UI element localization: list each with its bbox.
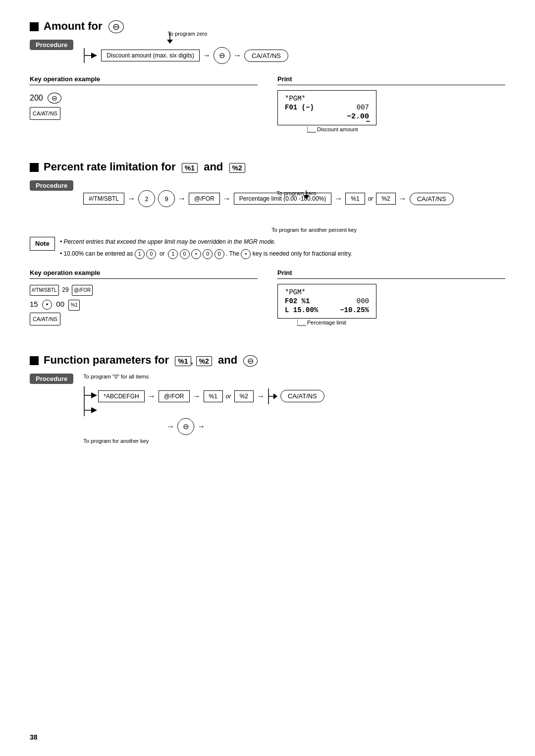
key-op-line-1: 200 ⊖	[30, 90, 258, 106]
note-badge-2: Note	[30, 237, 55, 251]
col-header-print-1: Print	[277, 75, 505, 85]
section-percent-rate: Percent rate limitation for %1 and %2 Pr…	[30, 161, 505, 329]
svg-marker-19	[273, 393, 277, 399]
key-op-content-1: 200 ⊖ CA/AT/NS	[30, 90, 258, 120]
right-bracket-3	[268, 381, 277, 411]
key-op-line-2b: 15 • 00 %1	[30, 297, 258, 312]
arrow-3c: →	[257, 392, 265, 401]
receipt-f02-val: 000	[357, 297, 369, 305]
circ-0c: 0	[203, 249, 213, 259]
top-arrow-2	[301, 190, 341, 201]
circ-dot: •	[191, 249, 201, 259]
svg-rect-5	[366, 121, 370, 122]
or-text-2: or	[368, 195, 374, 202]
flow-diagram-1: To program zero Discount amount (max. si…	[83, 40, 505, 65]
receipt-line-amount: −2.00	[285, 112, 369, 121]
key-hmtm-2: #/TM/SBTL	[30, 285, 59, 296]
section-func-params: Function parameters for %1, %2 and ⊖ Pro…	[30, 354, 505, 444]
procedure-row-3: Procedure To program "0" for all items *…	[30, 374, 505, 444]
black-square-icon-2	[30, 163, 39, 172]
toplabel-3: To program "0" for all items	[83, 374, 505, 379]
flow-bot-row-3: → ⊖ →	[166, 418, 324, 435]
section-title-amount: Amount for ⊖	[30, 20, 505, 33]
arrow-3b: →	[193, 392, 201, 401]
receipt-line-f01: F01 (−) 007	[285, 104, 369, 111]
section-amount-for: Amount for ⊖ Procedure To program zero	[30, 20, 505, 136]
section-title-text: Amount for ⊖	[44, 20, 124, 33]
procedure-badge-3: Procedure	[30, 374, 73, 384]
svg-marker-14	[91, 392, 97, 398]
arrow-2e: →	[399, 194, 407, 203]
receipt-line-pgm1: *PGM*	[285, 95, 369, 103]
flow-box-caatns-2: CA/AT/NS	[410, 193, 454, 205]
key-caatns-2: CA/AT/NS	[30, 313, 60, 325]
receipt-wrapper-2: *PGM* F02 %1 000 L 15.00% −10.25%	[277, 284, 376, 327]
arrow-2b: →	[178, 194, 186, 203]
note-line-2: • 10.00% can be entered as 1 0 or 1 0 • …	[60, 249, 352, 259]
flow-diagram-2: To program zero #/TM/SBTL → 2 9 → @/FOR …	[83, 180, 505, 225]
key-op-col-2: Key operation example #/TM/SBTL 29 @/FOR…	[30, 269, 258, 329]
arrow-3e: →	[197, 422, 205, 431]
flow-percent-area: To program zero #/TM/SBTL → 2 9 → @/FOR …	[83, 190, 505, 225]
procedure-badge-2: Procedure	[30, 180, 73, 191]
flow-box-hmtm: #/TM/SBTL	[83, 193, 124, 205]
flow-box-abcdefgh: *ABCDEFGH	[98, 390, 144, 402]
col-header-print-2: Print	[277, 269, 505, 279]
receipt-pct-label: L 15.00%	[285, 306, 318, 314]
flow-box-for: @/FOR	[189, 193, 220, 205]
discount-annotation-text: Discount amount	[317, 126, 358, 132]
receipt-line-pgm2: *PGM*	[285, 288, 369, 296]
arrow-3d: →	[166, 422, 174, 431]
key-caatns-1: CA/AT/NS	[30, 107, 60, 120]
flow-top-row-3: *ABCDEFGH → @/FOR → %1 or %2 →	[98, 381, 324, 411]
print-col-2: Print *PGM* F02 %1 000 L 15.00% −10.25%	[277, 269, 505, 329]
key-pct1-2: %1	[68, 300, 79, 311]
bottomlabel-3: To program for another key	[83, 438, 505, 444]
bracket-arrow-left	[83, 46, 98, 65]
receipt-box-2: *PGM* F02 %1 000 L 15.00% −10.25%	[277, 284, 376, 319]
annotation-svg-1	[307, 126, 317, 134]
pct-annotation-text: Percentage limit	[307, 320, 346, 325]
procedure-row-1: Procedure To program zero Discount	[30, 40, 505, 65]
arrow-3a: →	[148, 392, 156, 401]
flow-box-discount: Discount amount (max. six digits)	[101, 50, 200, 61]
flow-key-minus: ⊖	[214, 47, 230, 64]
key-op-line-2: CA/AT/NS	[30, 107, 258, 120]
flow-box-caatns-1: CA/AT/NS	[244, 50, 288, 62]
black-square-icon-3	[30, 356, 39, 365]
flow-main-row-1: Discount amount (max. six digits) → ⊖ → …	[83, 46, 505, 65]
procedure-row-2: Procedure To program zero #/TM/SBTL → 2 …	[30, 180, 505, 225]
or-text-3: or	[226, 393, 231, 400]
receipt-pct-val: −10.25%	[340, 306, 369, 314]
bottomlabel-2: To program for another percent key	[271, 227, 357, 233]
discount-annotation: Discount amount	[307, 126, 376, 134]
key-op-line-2c: CA/AT/NS	[30, 313, 258, 325]
arrow-1a: →	[203, 51, 211, 60]
circ-1b: 1	[168, 249, 178, 259]
note-line-1: • Percent entries that exceed the upper …	[60, 237, 352, 247]
svg-marker-9	[303, 195, 309, 199]
receipt-f02-label: F02 %1	[285, 297, 310, 305]
twocol-2: Key operation example #/TM/SBTL 29 @/FOR…	[30, 269, 505, 329]
black-square-icon	[30, 22, 39, 31]
flow-circle-2: 2	[138, 190, 155, 207]
receipt-box-1: *PGM* F01 (−) 007 −2.00	[277, 90, 376, 125]
section-title-text-2: Percent rate limitation for %1 and %2	[44, 161, 245, 173]
key-for-2: @/FOR	[72, 285, 93, 296]
key-op-line-2a: #/TM/SBTL 29 @/FOR	[30, 284, 258, 296]
col-header-keyop-1: Key operation example	[30, 75, 258, 85]
flow-bracket-3: *ABCDEFGH → @/FOR → %1 or %2 →	[83, 381, 505, 435]
note-content-2: • Percent entries that exceed the upper …	[60, 237, 352, 259]
top-arrow-svg	[160, 33, 239, 48]
arrow-1b: →	[233, 51, 241, 60]
receipt-wrapper-1: *PGM* F01 (−) 007 −2.00	[277, 90, 376, 134]
key-pct1-func: %1	[175, 356, 191, 366]
key-pct2-title: %2	[229, 163, 245, 173]
flow-box-caatns-3: CA/AT/NS	[280, 390, 324, 402]
flow-rows-3: *ABCDEFGH → @/FOR → %1 or %2 →	[98, 381, 324, 435]
col-header-keyop-2: Key operation example	[30, 269, 258, 279]
key-pct1-title: %1	[182, 163, 198, 173]
arrow-2a: →	[127, 194, 135, 203]
flow-key-minus-3: ⊖	[177, 418, 194, 435]
key-pct2-func: %2	[196, 356, 212, 366]
